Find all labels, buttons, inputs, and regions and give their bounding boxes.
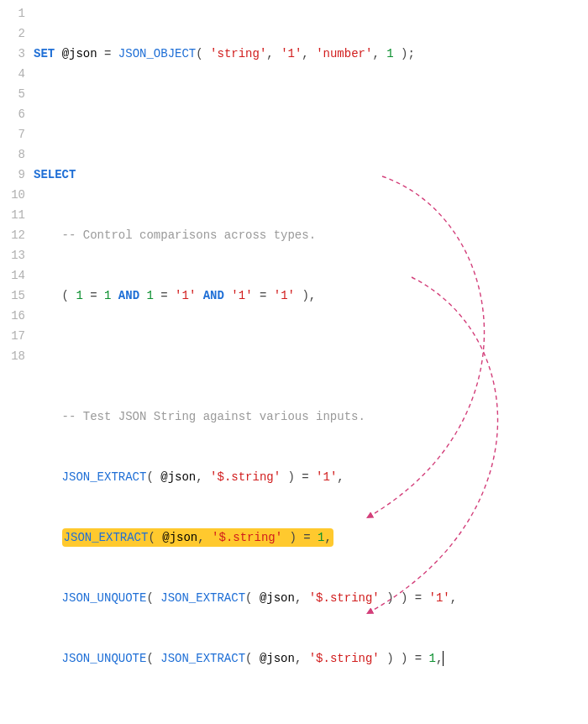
line-number: 7 [0, 124, 25, 144]
line-number: 18 [0, 346, 25, 366]
code-line: -- Control comparisons across types. [34, 225, 588, 245]
code-line: SELECT [34, 165, 588, 185]
line-number: 5 [0, 84, 25, 104]
code-editor[interactable]: 1 2 3 4 5 6 7 8 9 10 11 12 13 14 15 16 1… [0, 0, 588, 724]
text-cursor [443, 651, 444, 666]
line-number: 2 [0, 24, 25, 44]
line-number: 13 [0, 245, 25, 265]
code-content[interactable]: SET @json = JSON_OBJECT( 'string', '1', … [34, 3, 588, 724]
line-number: 4 [0, 64, 25, 84]
code-line: -- Test JSON String against various inpu… [34, 407, 588, 427]
line-number: 14 [0, 265, 25, 286]
line-number: 3 [0, 44, 25, 64]
line-number: 8 [0, 144, 25, 165]
line-number: 6 [0, 104, 25, 124]
line-number-gutter: 1 2 3 4 5 6 7 8 9 10 11 12 13 14 15 16 1… [0, 3, 34, 724]
line-number: 15 [0, 286, 25, 306]
line-number: 16 [0, 306, 25, 326]
line-number: 17 [0, 326, 25, 346]
code-line: JSON_EXTRACT( @json, '$.string' ) = '1', [34, 467, 588, 487]
line-number: 11 [0, 205, 25, 225]
line-number: 9 [0, 165, 25, 185]
code-line: JSON_UNQUOTE( JSON_EXTRACT( @json, '$.st… [34, 648, 588, 669]
line-number: 12 [0, 225, 25, 245]
code-line: ( 1 = 1 AND 1 = '1' AND '1' = '1' ), [34, 286, 588, 306]
code-line: JSON_UNQUOTE( JSON_EXTRACT( @json, '$.st… [34, 588, 588, 608]
line-number: 10 [0, 185, 25, 205]
code-line: SET @json = JSON_OBJECT( 'string', '1', … [34, 44, 588, 64]
code-line-highlight: JSON_EXTRACT( @json, '$.string' ) = 1, [34, 527, 588, 548]
line-number: 1 [0, 3, 25, 24]
